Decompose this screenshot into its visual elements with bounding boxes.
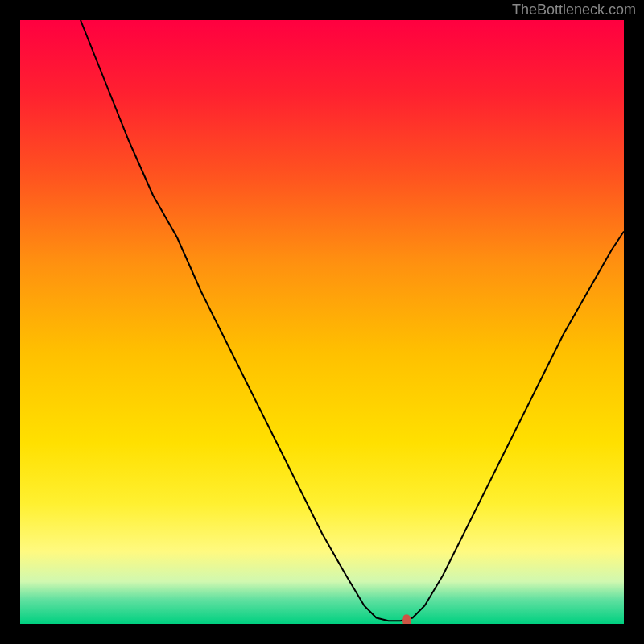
chart-container: TheBottleneck.com bbox=[0, 0, 644, 644]
watermark-text: TheBottleneck.com bbox=[512, 2, 636, 19]
bottleneck-chart bbox=[0, 0, 644, 644]
plot-border-right bbox=[624, 0, 644, 644]
plot-border-left bbox=[0, 0, 20, 644]
plot-border-bottom bbox=[0, 624, 644, 644]
